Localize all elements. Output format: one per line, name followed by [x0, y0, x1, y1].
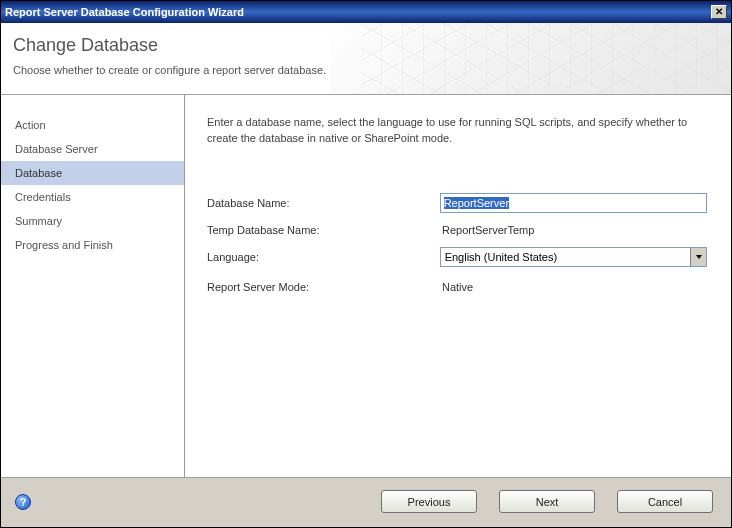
previous-button[interactable]: Previous	[381, 490, 477, 513]
sidebar-item-progress-finish[interactable]: Progress and Finish	[1, 233, 184, 257]
database-name-label: Database Name:	[207, 197, 440, 209]
steps-sidebar: Action Database Server Database Credenti…	[1, 95, 185, 477]
page-subtitle: Choose whether to create or configure a …	[13, 64, 715, 76]
page-title: Change Database	[13, 35, 715, 56]
content-pane: Enter a database name, select the langua…	[185, 95, 731, 477]
language-label: Language:	[207, 251, 440, 263]
header-decoration	[330, 23, 732, 94]
instruction-text: Enter a database name, select the langua…	[207, 115, 707, 147]
row-language: Language: English (United States)	[207, 246, 707, 268]
sidebar-item-label: Progress and Finish	[15, 239, 113, 251]
next-button[interactable]: Next	[499, 490, 595, 513]
sidebar-item-label: Database	[15, 167, 62, 179]
chevron-down-icon	[696, 255, 702, 259]
close-icon: ✕	[715, 7, 723, 17]
sidebar-item-database-server[interactable]: Database Server	[1, 137, 184, 161]
sidebar-item-label: Action	[15, 119, 46, 131]
cancel-button[interactable]: Cancel	[617, 490, 713, 513]
titlebar: Report Server Database Configuration Wiz…	[1, 1, 731, 23]
language-select[interactable]: English (United States)	[440, 247, 707, 267]
sidebar-item-credentials[interactable]: Credentials	[1, 185, 184, 209]
wizard-header: Change Database Choose whether to create…	[1, 23, 731, 95]
report-server-mode-value: Native	[442, 281, 473, 293]
sidebar-item-label: Database Server	[15, 143, 98, 155]
sidebar-item-summary[interactable]: Summary	[1, 209, 184, 233]
dropdown-button[interactable]	[690, 248, 706, 266]
language-value: English (United States)	[441, 251, 562, 263]
button-row: Previous Next Cancel	[381, 490, 713, 513]
sidebar-item-label: Credentials	[15, 191, 71, 203]
sidebar-item-label: Summary	[15, 215, 62, 227]
temp-database-name-value: ReportServerTemp	[442, 224, 534, 236]
report-server-mode-label: Report Server Mode:	[207, 281, 442, 293]
wizard-body: Action Database Server Database Credenti…	[1, 95, 731, 478]
row-report-server-mode: Report Server Mode: Native	[207, 276, 707, 298]
wizard-footer: ? Previous Next Cancel	[1, 478, 731, 527]
sidebar-item-database[interactable]: Database	[1, 161, 184, 185]
temp-database-name-label: Temp Database Name:	[207, 224, 442, 236]
database-name-input[interactable]: ReportServer	[440, 193, 707, 213]
close-button[interactable]: ✕	[711, 5, 727, 19]
sidebar-item-action[interactable]: Action	[1, 113, 184, 137]
help-icon[interactable]: ?	[15, 494, 31, 510]
database-name-value: ReportServer	[444, 197, 509, 209]
row-database-name: Database Name: ReportServer	[207, 192, 707, 214]
row-temp-database-name: Temp Database Name: ReportServerTemp	[207, 219, 707, 241]
window-title: Report Server Database Configuration Wiz…	[5, 6, 244, 18]
wizard-window: Report Server Database Configuration Wiz…	[0, 0, 732, 528]
